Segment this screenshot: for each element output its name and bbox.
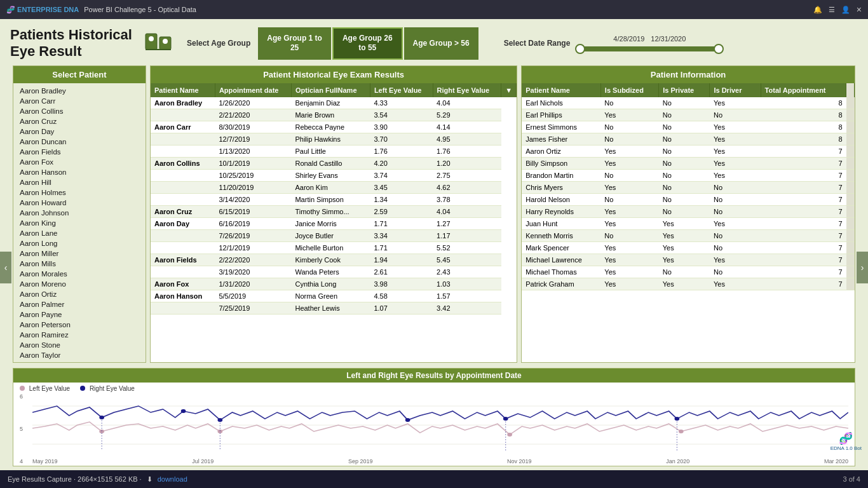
close-button[interactable]: ×: [857, 4, 862, 15]
table-row[interactable]: Harold NelsonNoNoNo7: [522, 193, 854, 205]
nav-left-arrow[interactable]: ‹: [0, 252, 11, 283]
sidebar-item[interactable]: Aaron Day: [13, 126, 146, 137]
table-row[interactable]: Chris MyersYesNoNo7: [522, 181, 854, 193]
table-row[interactable]: 11/20/2019Aaron Kim3.454.62: [151, 181, 517, 193]
sidebar-item[interactable]: Aaron Taylor: [13, 350, 146, 360]
sidebar-item[interactable]: Aaron Lane: [13, 228, 146, 238]
nav-right-arrow[interactable]: ›: [857, 252, 868, 283]
age-group-2-button[interactable]: Age Group 26to 55: [332, 27, 403, 60]
table-row[interactable]: 2/21/2020Marie Brown3.545.29: [151, 109, 517, 121]
table-cell: 8: [761, 109, 846, 121]
table-row[interactable]: Aaron Fields2/22/2020Kimberly Cook1.945.…: [151, 254, 517, 266]
sidebar-item[interactable]: Aaron Howard: [13, 198, 146, 208]
sidebar-item[interactable]: Aaron Fox: [13, 157, 146, 167]
table-row[interactable]: Aaron Hanson5/5/2019Norma Green4.581.57: [151, 290, 517, 302]
sidebar-item[interactable]: Aaron Morales: [13, 269, 146, 279]
download-link[interactable]: download: [158, 475, 187, 483]
sidebar-item[interactable]: Aaron Carr: [13, 96, 146, 106]
sidebar-item[interactable]: Aaron Palmer: [13, 299, 146, 309]
table-row[interactable]: 7/26/2019Joyce Butler3.341.17: [151, 229, 517, 241]
sidebar-item[interactable]: Aaron Payne: [13, 309, 146, 320]
user-icon[interactable]: 👤: [841, 6, 850, 14]
table-row[interactable]: Michael LawrenceYesYesYes7: [522, 254, 854, 266]
table-cell: Yes: [600, 266, 658, 278]
table-cell: 7: [761, 241, 846, 254]
sidebar-item[interactable]: Aaron Hanson: [13, 167, 146, 177]
table-cell: Norma Green: [291, 290, 370, 302]
slider-left-thumb[interactable]: [575, 44, 585, 54]
date-slider[interactable]: [576, 46, 722, 51]
sort-icon[interactable]: ▼: [501, 83, 517, 97]
table-cell: 7/26/2019: [215, 229, 291, 241]
table-row[interactable]: 3/19/2020Wanda Peters2.612.43: [151, 266, 517, 278]
table-row[interactable]: Billy SimpsonYesNoYes7: [522, 157, 854, 169]
table-row[interactable]: Harry ReynoldsYesNoNo7: [522, 205, 854, 217]
sidebar-item[interactable]: Aaron King: [13, 218, 146, 228]
sidebar-item[interactable]: Aaron Fields: [13, 147, 146, 157]
table-row[interactable]: Kenneth MorrisNoYesNo7: [522, 229, 854, 241]
table-row[interactable]: 12/1/2019Michelle Burton1.715.52: [151, 241, 517, 254]
table-row[interactable]: Patrick GrahamYesYesYes7: [522, 278, 854, 290]
table-cell: Aaron Day: [151, 217, 215, 229]
sidebar-item[interactable]: Aaron Peterson: [13, 320, 146, 330]
table-cell: Yes: [600, 109, 658, 121]
table-row[interactable]: Earl NicholsNoNoYes8: [522, 97, 854, 109]
sidebar-item[interactable]: Aaron Ortiz: [13, 289, 146, 299]
sidebar-item[interactable]: Aaron Moreno: [13, 279, 146, 289]
table-row[interactable]: Aaron Cruz6/15/2019Timothy Simmo...2.594…: [151, 205, 517, 217]
table-row[interactable]: 10/25/2019Shirley Evans3.742.75: [151, 169, 517, 181]
sidebar-item[interactable]: Aaron Long: [13, 238, 146, 248]
table-cell: Wanda Peters: [291, 266, 370, 278]
sidebar-item[interactable]: Aaron Hill: [13, 177, 146, 187]
sidebar-item[interactable]: Aaron Cruz: [13, 116, 146, 126]
table-row[interactable]: Aaron Carr8/30/2019Rebecca Payne3.904.14: [151, 121, 517, 133]
menu-icon[interactable]: ☰: [829, 6, 835, 14]
sidebar-item[interactable]: Aaron Tucker: [13, 360, 146, 362]
table-row[interactable]: Juan HuntYesYesYes7: [522, 217, 854, 229]
table-row[interactable]: James FisherNoNoYes8: [522, 133, 854, 145]
slider-right-thumb[interactable]: [714, 44, 724, 54]
sidebar-item[interactable]: Aaron Ramirez: [13, 330, 146, 340]
table-cell: No: [659, 157, 710, 169]
table-row[interactable]: 12/7/2019Philip Hawkins3.704.95: [151, 133, 517, 145]
table-row[interactable]: Aaron Bradley1/26/2020Benjamin Diaz4.334…: [151, 97, 517, 109]
table-cell: 1.07: [370, 302, 433, 314]
svg-point-2: [149, 36, 154, 41]
patient-info-table-wrapper[interactable]: Patient NameIs SubdizedIs PrivateIs Driv…: [522, 83, 855, 362]
sidebar-item[interactable]: Aaron Miller: [13, 248, 146, 259]
sidebar-item[interactable]: Aaron Duncan: [13, 137, 146, 147]
table-row[interactable]: Aaron Day6/16/2019Janice Morris1.711.27: [151, 217, 517, 229]
table-cell: 10/1/2019: [215, 157, 291, 169]
sidebar-item[interactable]: Aaron Mills: [13, 259, 146, 269]
table-row[interactable]: 7/25/2019Heather Lewis1.073.42: [151, 302, 517, 314]
table-row[interactable]: Aaron Collins10/1/2019Ronald Castillo4.2…: [151, 157, 517, 169]
patient-exam-table-wrapper[interactable]: Patient NameAppointment dateOptician Ful…: [151, 83, 517, 362]
table-cell: No: [600, 193, 658, 205]
table-row[interactable]: Aaron OrtizYesNoYes7: [522, 145, 854, 157]
table-cell: 3.98: [370, 278, 433, 290]
sidebar-item[interactable]: Aaron Stone: [13, 340, 146, 350]
table-cell: 2/22/2020: [215, 254, 291, 266]
table-row[interactable]: Earl PhillipsYesNoNo8: [522, 109, 854, 121]
sidebar-item[interactable]: Aaron Bradley: [13, 86, 146, 96]
age-group-1-button[interactable]: Age Group 1 to25: [258, 27, 331, 60]
table-row[interactable]: Brandon MartinNoNoYes7: [522, 169, 854, 181]
table-cell: Timothy Simmo...: [291, 205, 370, 217]
age-group-3-button[interactable]: Age Group > 56: [404, 27, 478, 60]
sidebar-item[interactable]: Aaron Johnson: [13, 208, 146, 218]
table-row[interactable]: Mark SpencerYesYesNo7: [522, 241, 854, 254]
table-row[interactable]: Aaron Fox1/31/2020Cynthia Long3.981.03: [151, 278, 517, 290]
sidebar-item[interactable]: Aaron Holmes: [13, 187, 146, 198]
table-cell: Harry Reynolds: [522, 205, 600, 217]
table-cell: 3.54: [370, 109, 433, 121]
sidebar-list[interactable]: Aaron BradleyAaron CarrAaron CollinsAaro…: [13, 83, 146, 362]
notification-icon[interactable]: 🔔: [813, 6, 822, 14]
table-cell: Aaron Hanson: [151, 290, 215, 302]
table-row[interactable]: Michael ThomasYesNoNo7: [522, 266, 854, 278]
table-row[interactable]: 1/13/2020Paul Little1.761.76: [151, 145, 517, 157]
table-row[interactable]: Ernest SimmonsNoNoYes8: [522, 121, 854, 133]
sidebar-item[interactable]: Aaron Collins: [13, 106, 146, 116]
table-cell: 4.95: [433, 133, 501, 145]
table-row[interactable]: 3/14/2020Martin Simpson1.343.78: [151, 193, 517, 205]
page-title: Patients Historical Eye Result: [10, 27, 137, 60]
